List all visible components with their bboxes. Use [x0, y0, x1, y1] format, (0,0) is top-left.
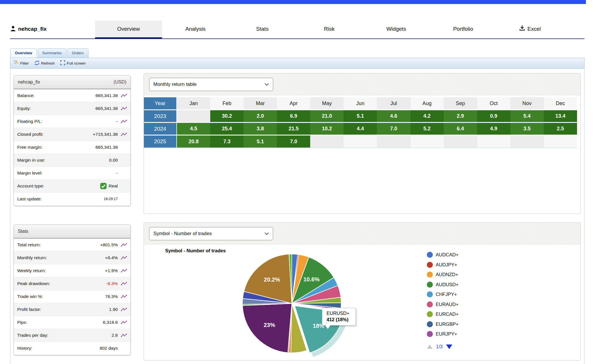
legend-page-up-icon[interactable]	[427, 344, 433, 349]
month-header: Jul	[377, 97, 410, 110]
month-return-cell: 4.6	[377, 110, 410, 123]
month-return-cell: 4.5	[177, 123, 210, 135]
row-value: 665,341.38	[95, 106, 118, 111]
legend-item[interactable]: AUDCAD+	[427, 252, 458, 258]
row-label: Weekly return:	[17, 268, 105, 273]
table-row: Peak drawdown:-8.3%	[14, 277, 130, 290]
tab-analysis[interactable]: Analysis	[162, 21, 229, 37]
legend-item[interactable]: CHFJPY+	[427, 291, 458, 297]
stats-panel-header: Stats	[14, 225, 130, 239]
tab-risk[interactable]: Risk	[296, 21, 363, 37]
subtab-overview[interactable]: Overview	[10, 48, 37, 58]
legend-page-down-icon[interactable]	[446, 344, 452, 349]
month-return-cell	[410, 135, 444, 148]
month-return-cell: 4.4	[344, 123, 377, 135]
row-label: Closed profit:	[17, 132, 93, 137]
legend-dot	[427, 311, 433, 317]
tab-stats[interactable]: Stats	[229, 21, 296, 37]
legend-dot	[427, 262, 433, 268]
tab-overview[interactable]: Overview	[95, 21, 162, 37]
page: nehcap_fix Overview Analysis Stats Risk …	[0, 0, 598, 364]
subtab-orders[interactable]: Orders	[67, 48, 88, 58]
legend-item[interactable]: EURCAD+	[427, 311, 458, 317]
legend-dot	[427, 331, 433, 337]
legend-item[interactable]: EURJPY+	[427, 331, 458, 337]
row-value: -	[116, 171, 118, 176]
month-return-cell	[310, 135, 344, 148]
tooltip-symbol: EURUSD+	[327, 311, 351, 316]
month-return-cell: 6.9	[277, 110, 310, 123]
main-nav: nehcap_fix Overview Analysis Stats Risk …	[10, 21, 585, 39]
nav-divider	[10, 38, 585, 39]
pie-legend: AUDCAD+AUDJPY+AUDNZD+AUDUSD+CHFJPY+EURAU…	[427, 252, 458, 341]
legend-label: CHFJPY+	[436, 292, 457, 297]
sparkline-icon[interactable]	[121, 94, 127, 98]
refresh-button[interactable]: Refresh	[34, 60, 55, 66]
pie-view-select[interactable]: Symbol - Number of trades	[149, 227, 273, 240]
row-value: +715,341.38	[93, 132, 118, 137]
sparkline-icon[interactable]	[121, 107, 127, 111]
table-row: Floating P/L:-	[14, 115, 130, 128]
pie-chart[interactable]: 10.6%18%23%20.2%	[144, 246, 420, 361]
sparkline-icon[interactable]	[121, 320, 127, 325]
monthly-return-table: YearJanFebMarAprMayJunJulAugSepOctNovDec…	[144, 97, 577, 148]
table-row: Weekly return:+1.9%	[14, 264, 130, 277]
month-header: Jun	[344, 97, 377, 110]
monthly-view-select[interactable]: Monthly return table	[149, 78, 273, 91]
legend-dot	[427, 272, 433, 278]
row-value: 6,318.6	[103, 320, 118, 325]
table-row: Equity:665,341.38	[14, 102, 130, 115]
month-return-cell: 5.1	[344, 110, 377, 123]
legend-item[interactable]: AUDUSD+	[427, 282, 458, 288]
pie-tooltip: EURUSD+ 412 (18%)	[322, 308, 356, 326]
row-label: Peak drawdown:	[17, 281, 106, 286]
legend-dot	[427, 252, 433, 258]
month-return-cell	[510, 135, 544, 148]
legend-item[interactable]: AUDNZD+	[427, 272, 458, 278]
month-return-cell	[444, 135, 477, 148]
filter-button[interactable]: Filter	[13, 60, 29, 66]
month-return-cell	[177, 110, 210, 123]
sub-tabs: Overview Summaries Orders	[10, 48, 88, 58]
table-row: Profit factor:1.90	[14, 303, 130, 316]
legend-label: AUDCAD+	[436, 252, 458, 257]
month-return-cell: 30.2	[210, 110, 244, 123]
download-icon	[519, 21, 525, 37]
sparkline-icon[interactable]	[121, 243, 127, 247]
legend-page-indicator[interactable]: 1/3	[436, 344, 443, 349]
table-row: Margin level:-	[14, 167, 130, 180]
row-value: +801.5%	[100, 242, 118, 247]
row-label: Balance:	[17, 93, 95, 98]
tab-label: Analysis	[185, 21, 206, 37]
user-block[interactable]: nehcap_fix	[10, 21, 95, 37]
row-label: Equity:	[17, 106, 95, 111]
legend-item[interactable]: AUDJPY+	[427, 262, 458, 268]
sparkline-icon[interactable]	[121, 282, 127, 286]
legend-item[interactable]: EURGBP+	[427, 321, 458, 327]
subtab-summaries[interactable]: Summaries	[38, 48, 66, 58]
fullscreen-button[interactable]: Full screen	[60, 60, 86, 66]
month-return-cell: 20.8	[177, 135, 210, 148]
sparkline-icon[interactable]	[121, 132, 127, 137]
tab-label: Portfolio	[453, 21, 473, 37]
sparkline-icon[interactable]	[121, 295, 127, 299]
month-return-cell: 2.9	[444, 110, 477, 123]
stats-title: Stats	[18, 229, 28, 234]
pie-slice-label: 23%	[264, 322, 275, 328]
tab-portfolio[interactable]: Portfolio	[430, 21, 497, 37]
sparkline-icon[interactable]	[121, 333, 127, 338]
tab-widgets[interactable]: Widgets	[363, 21, 430, 37]
row-label: Last update:	[17, 196, 104, 202]
sparkline-icon[interactable]	[121, 119, 127, 124]
sparkline-icon[interactable]	[121, 307, 127, 312]
tab-label: Stats	[256, 21, 269, 37]
row-value: 2.8	[111, 333, 118, 338]
sparkline-icon[interactable]	[121, 256, 127, 260]
sparkline-icon[interactable]	[121, 269, 127, 273]
month-return-cell: 5.4	[510, 110, 544, 123]
filter-label: Filter	[20, 61, 29, 65]
tab-label: Widgets	[386, 21, 406, 37]
month-header: Dec	[544, 97, 577, 110]
tab-excel[interactable]: Excel	[497, 21, 564, 37]
legend-item[interactable]: EURAUD+	[427, 301, 458, 307]
